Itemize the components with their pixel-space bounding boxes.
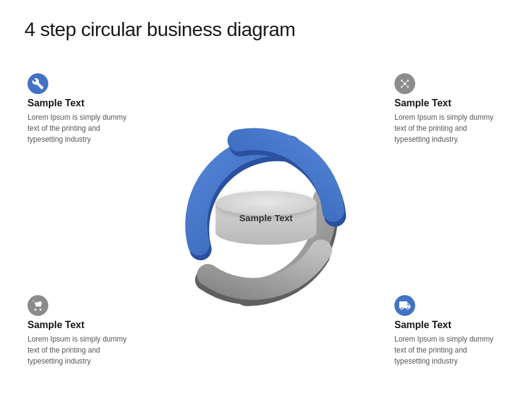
- truck-icon: [399, 299, 411, 312]
- title-tr: Sample Text: [394, 98, 504, 109]
- svg-line-7: [402, 84, 404, 86]
- svg-point-2: [407, 79, 408, 81]
- diagram-container: Sample Text Sample Text Lorem Ipsum is s…: [15, 61, 517, 379]
- text-block-bl: Sample Text Lorem Ipsum is simply dummy …: [28, 295, 138, 367]
- text-block-tl: Sample Text Lorem Ipsum is simply dummy …: [28, 73, 138, 145]
- text-br: Lorem Ipsum is simply dummy text of the …: [394, 334, 504, 367]
- svg-line-8: [405, 84, 407, 86]
- text-tr: Lorem Ipsum is simply dummy text of the …: [394, 112, 504, 145]
- arc-bl: [208, 251, 321, 289]
- title-tl: Sample Text: [28, 98, 138, 109]
- cart-icon: [32, 299, 44, 312]
- text-block-br: Sample Text Lorem Ipsum is simply dummy …: [394, 295, 504, 367]
- center-cylinder: Sample Text: [216, 191, 317, 249]
- svg-line-5: [402, 81, 404, 83]
- text-tl: Lorem Ipsum is simply dummy text of the …: [28, 112, 138, 145]
- svg-point-1: [401, 79, 402, 81]
- svg-line-6: [405, 81, 407, 83]
- icon-circle-tr: [394, 73, 415, 94]
- cylinder-label: Sample Text: [216, 213, 317, 223]
- title-bl: Sample Text: [28, 320, 138, 331]
- text-block-tr: Sample Text Lorem Ipsum is simply dummy …: [394, 73, 504, 145]
- wrench-icon: [32, 78, 44, 90]
- molecule-icon: [399, 78, 411, 90]
- cylinder-top: [216, 191, 317, 216]
- page-title: 4 step circular business diagram: [24, 18, 295, 41]
- text-bl: Lorem Ipsum is simply dummy text of the …: [28, 334, 138, 367]
- icon-circle-tl: [28, 73, 48, 94]
- svg-point-4: [407, 86, 408, 87]
- title-br: Sample Text: [394, 320, 504, 331]
- icon-circle-bl: [28, 295, 48, 316]
- svg-point-3: [401, 86, 402, 87]
- icon-circle-br: [394, 295, 415, 316]
